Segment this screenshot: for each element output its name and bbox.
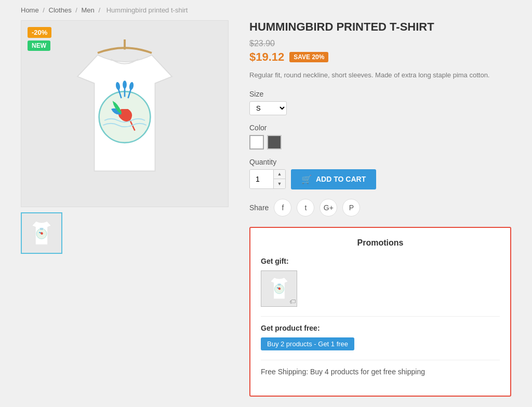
add-to-cart-button[interactable]: 🛒 ADD TO CART: [291, 169, 376, 189]
product-title: HUMMINGBIRD PRINTED T-SHIRT: [249, 20, 511, 34]
svg-point-6: [123, 80, 127, 89]
get-gift-section: Get gift: 🏷: [261, 257, 500, 307]
product-main-image: [57, 36, 192, 192]
qty-down-button[interactable]: ▼: [274, 179, 285, 188]
save-badge: SAVE 20%: [289, 52, 328, 62]
page-wrapper: Home / Clothes / Men / Hummingbird print…: [0, 0, 532, 407]
color-swatch-black[interactable]: [267, 135, 282, 150]
size-section: Size S XS M L XL: [249, 90, 511, 124]
twitter-button[interactable]: t: [297, 199, 314, 216]
add-to-cart-label: ADD TO CART: [316, 175, 366, 183]
free-shipping-text: Free Shipping: Buy 4 products for get fr…: [261, 368, 425, 376]
facebook-button[interactable]: f: [274, 199, 291, 216]
cart-icon: 🛒: [301, 174, 312, 184]
quantity-input[interactable]: [250, 170, 273, 188]
thumbnails: [21, 212, 229, 254]
breadcrumb-home[interactable]: Home: [21, 6, 39, 14]
promo-divider-2: [261, 360, 500, 360]
breadcrumb-sep-2: /: [75, 6, 77, 14]
qty-arrows: ▲ ▼: [273, 170, 285, 188]
color-section: Color: [249, 124, 511, 150]
thumbnail-1-image: [26, 218, 57, 249]
quantity-section: Quantity ▲ ▼ 🛒 ADD TO CART: [249, 158, 511, 189]
breadcrumb-men[interactable]: Men: [82, 6, 95, 14]
googleplus-button[interactable]: G+: [320, 199, 337, 216]
promo-divider-1: [261, 316, 500, 317]
main-content: -20% NEW: [21, 20, 511, 397]
qty-up-button[interactable]: ▲: [274, 170, 285, 179]
share-section: Share f t G+ P: [249, 199, 511, 216]
product-description: Regular fit, round neckline, short sleev…: [249, 70, 511, 80]
get-gift-label: Get gift:: [261, 257, 500, 265]
quantity-label: Quantity: [249, 158, 511, 166]
product-images: -20% NEW: [21, 20, 229, 254]
thumbnail-1[interactable]: [21, 212, 62, 254]
pinterest-button[interactable]: P: [342, 199, 360, 216]
get-product-free-section: Get product free: Buy 2 products - Get 1…: [261, 324, 500, 350]
size-label: Size: [249, 90, 511, 98]
promotions-title: Promotions: [261, 238, 500, 248]
color-options: [249, 135, 511, 150]
current-price: $19.12: [249, 50, 284, 64]
breadcrumb-sep-3: /: [98, 6, 100, 14]
color-swatch-white[interactable]: [249, 135, 264, 150]
gift-product-image[interactable]: 🏷: [261, 270, 297, 307]
size-select[interactable]: S XS M L XL: [249, 101, 287, 115]
new-badge: NEW: [28, 40, 50, 51]
discount-badge: -20%: [28, 27, 51, 38]
buy2-get1-free-badge: Buy 2 products - Get 1 free: [261, 337, 354, 350]
free-shipping-section: Free Shipping: Buy 4 products for get fr…: [261, 368, 500, 376]
promotions-box: Promotions Get gift: 🏷: [249, 227, 511, 397]
breadcrumb-sep-1: /: [43, 6, 45, 14]
breadcrumb-clothes[interactable]: Clothes: [49, 6, 72, 14]
breadcrumb: Home / Clothes / Men / Hummingbird print…: [21, 0, 511, 20]
quantity-control: ▲ ▼: [249, 169, 286, 189]
old-price: $23.90: [249, 39, 511, 48]
main-image-container: -20% NEW: [21, 20, 229, 207]
price-row: $19.12 SAVE 20%: [249, 50, 511, 64]
share-label: Share: [249, 204, 269, 212]
breadcrumb-current: Hummingbird printed t-shirt: [107, 6, 188, 14]
product-details: HUMMINGBIRD PRINTED T-SHIRT $23.90 $19.1…: [249, 20, 511, 397]
promo-tag-icon: 🏷: [289, 298, 296, 305]
color-label: Color: [249, 124, 511, 132]
quantity-row: ▲ ▼ 🛒 ADD TO CART: [249, 169, 511, 189]
get-product-free-label: Get product free:: [261, 324, 500, 332]
